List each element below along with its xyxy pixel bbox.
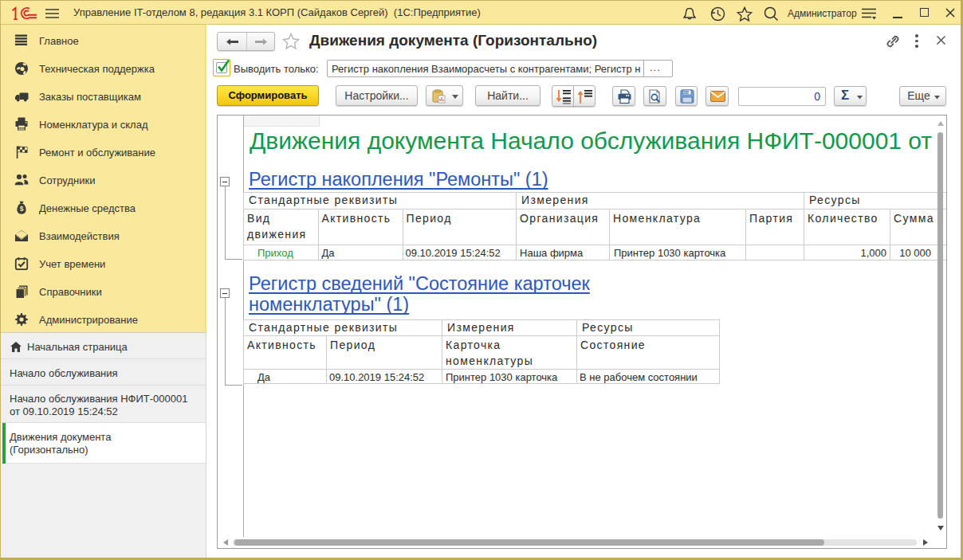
svg-text:$: $	[20, 205, 24, 213]
